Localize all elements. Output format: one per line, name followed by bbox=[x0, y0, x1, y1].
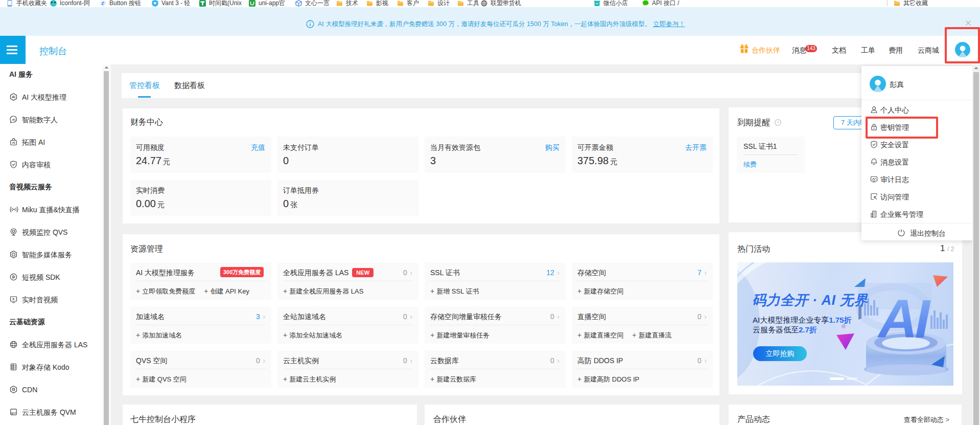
svg-text:?: ? bbox=[777, 120, 779, 125]
svg-text:AI: AI bbox=[877, 288, 931, 349]
svg-text:AI: AI bbox=[12, 95, 15, 99]
svg-text:AI: AI bbox=[12, 141, 15, 144]
svg-text:AI: AI bbox=[12, 118, 15, 121]
